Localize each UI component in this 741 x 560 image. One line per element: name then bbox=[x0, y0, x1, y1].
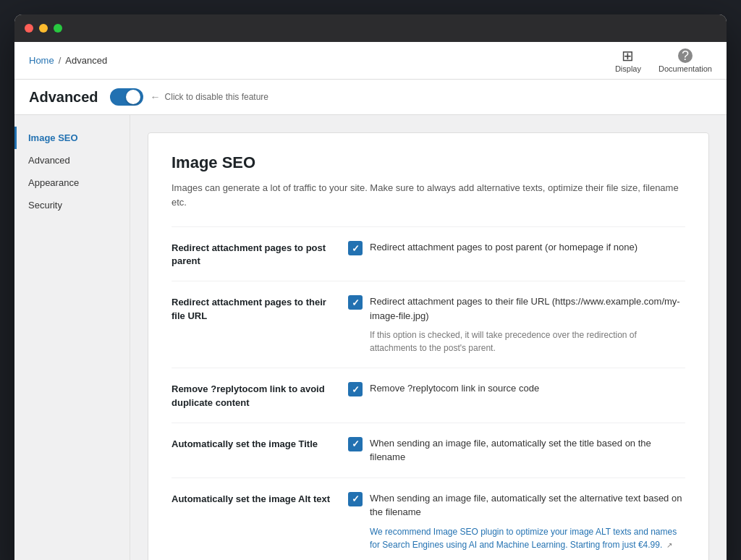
checkbox-auto-alt-text[interactable] bbox=[348, 492, 363, 506]
display-icon: ⊞ bbox=[622, 48, 634, 63]
content-card: Image SEO Images can generate a lot of t… bbox=[148, 132, 709, 560]
setting-redirect-file-url: Redirect attachment pages to their file … bbox=[172, 281, 685, 368]
setting-text-redirect-file-url: Redirect attachment pages to their file … bbox=[370, 294, 685, 323]
breadcrumb-separator: / bbox=[59, 55, 62, 66]
breadcrumb-home[interactable]: Home bbox=[29, 55, 54, 66]
toggle-hint-text: Click to disable this feature bbox=[165, 92, 268, 102]
display-label: Display bbox=[615, 64, 641, 73]
setting-auto-title: Automatically set the image Title When s… bbox=[172, 423, 685, 478]
setting-auto-alt-text: Automatically set the image Alt text Whe… bbox=[172, 478, 685, 560]
sidebar-item-image-seo[interactable]: Image SEO bbox=[14, 127, 130, 149]
content-title: Image SEO bbox=[172, 153, 685, 172]
setting-label-redirect-post-parent: Redirect attachment pages to post parent bbox=[172, 240, 331, 268]
page-title: Advanced bbox=[29, 89, 98, 106]
close-button[interactable] bbox=[25, 24, 33, 33]
setting-control-auto-alt-text: When sending an image file, automaticall… bbox=[348, 491, 685, 551]
setting-row-inner-file-url: Redirect attachment pages to their file … bbox=[348, 294, 685, 323]
breadcrumb-current: Advanced bbox=[65, 55, 107, 66]
checkbox-redirect-post-parent[interactable] bbox=[348, 241, 363, 255]
setting-row-inner-auto-title: When sending an image file, automaticall… bbox=[348, 436, 685, 464]
setting-control-replytocom: Remove ?replytocom link in source code bbox=[348, 381, 685, 396]
setting-text-redirect-post-parent: Redirect attachment pages to post parent… bbox=[370, 240, 638, 255]
feature-toggle[interactable] bbox=[110, 88, 143, 106]
content-area: Image SEO Images can generate a lot of t… bbox=[130, 115, 727, 560]
breadcrumb: Home / Advanced bbox=[29, 55, 107, 66]
setting-row-inner-replytocom: Remove ?replytocom link in source code bbox=[348, 381, 685, 396]
setting-row-inner-auto-alt-text: When sending an image file, automaticall… bbox=[348, 491, 685, 519]
setting-label-replytocom: Remove ?replytocom link to avoid duplica… bbox=[172, 381, 331, 409]
minimize-button[interactable] bbox=[39, 24, 48, 33]
setting-label-auto-alt-text: Automatically set the image Alt text bbox=[172, 491, 331, 506]
maximize-button[interactable] bbox=[54, 24, 62, 33]
arrow-icon: ← bbox=[151, 91, 161, 103]
setting-redirect-post-parent: Redirect attachment pages to post parent… bbox=[172, 226, 685, 281]
sidebar: Image SEO Advanced Appearance Security bbox=[14, 115, 130, 560]
titlebar bbox=[14, 14, 727, 42]
sidebar-item-advanced[interactable]: Advanced bbox=[14, 149, 130, 171]
toggle-hint: ← Click to disable this feature bbox=[151, 91, 268, 103]
sidebar-item-security[interactable]: Security bbox=[14, 194, 130, 216]
documentation-action[interactable]: ? Documentation bbox=[659, 48, 712, 73]
checkbox-redirect-file-url[interactable] bbox=[348, 295, 363, 310]
content-description: Images can generate a lot of traffic to … bbox=[172, 181, 685, 209]
main-layout: Image SEO Advanced Appearance Security I… bbox=[14, 115, 727, 560]
topbar-actions: ⊞ Display ? Documentation bbox=[615, 48, 712, 73]
checkbox-replytocom[interactable] bbox=[348, 382, 363, 396]
setting-subtext-redirect-file-url: If this option is checked, it will take … bbox=[348, 328, 685, 355]
app-content: Home / Advanced ⊞ Display ? Documentatio… bbox=[14, 42, 727, 560]
setting-control-redirect-file-url: Redirect attachment pages to their file … bbox=[348, 294, 685, 355]
setting-text-auto-title: When sending an image file, automaticall… bbox=[370, 436, 685, 464]
setting-control-auto-title: When sending an image file, automaticall… bbox=[348, 436, 685, 464]
setting-text-replytocom: Remove ?replytocom link in source code bbox=[370, 381, 539, 396]
setting-label-redirect-file-url: Redirect attachment pages to their file … bbox=[172, 294, 331, 322]
setting-row-inner: Redirect attachment pages to post parent… bbox=[348, 240, 685, 255]
documentation-icon: ? bbox=[678, 48, 693, 63]
display-action[interactable]: ⊞ Display bbox=[615, 48, 641, 73]
sidebar-item-appearance[interactable]: Appearance bbox=[14, 171, 130, 194]
feature-toggle-wrap: ← Click to disable this feature bbox=[110, 88, 268, 106]
app-window: Home / Advanced ⊞ Display ? Documentatio… bbox=[14, 14, 727, 560]
setting-subtext-auto-alt-text: We recommend Image SEO plugin to optimiz… bbox=[348, 525, 685, 551]
documentation-label: Documentation bbox=[659, 64, 712, 73]
image-seo-plugin-link[interactable]: We recommend Image SEO plugin to optimiz… bbox=[370, 527, 677, 550]
external-link-icon: ↗ bbox=[666, 541, 672, 549]
setting-label-auto-title: Automatically set the image Title bbox=[172, 436, 331, 451]
setting-text-auto-alt-text: When sending an image file, automaticall… bbox=[370, 491, 685, 519]
checkbox-auto-title[interactable] bbox=[348, 437, 363, 451]
setting-replytocom: Remove ?replytocom link to avoid duplica… bbox=[172, 368, 685, 422]
page-header: Advanced ← Click to disable this feature bbox=[14, 80, 727, 115]
topbar: Home / Advanced ⊞ Display ? Documentatio… bbox=[14, 42, 727, 80]
setting-control-redirect-post-parent: Redirect attachment pages to post parent… bbox=[348, 240, 685, 255]
